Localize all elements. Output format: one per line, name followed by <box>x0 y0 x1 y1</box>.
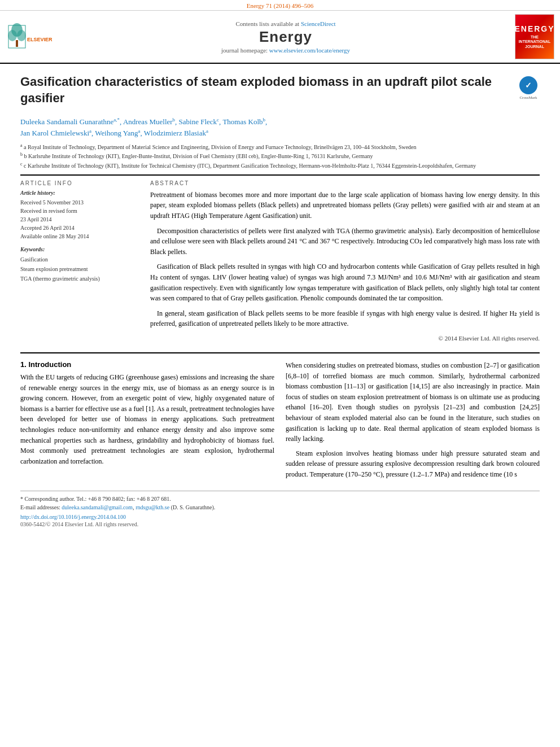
received-date: Received 5 November 2013 <box>20 198 139 207</box>
author-mueller: Andreas Mueller <box>123 118 173 126</box>
sciencedirect-text: Contents lists available at ScienceDirec… <box>68 20 504 27</box>
history-label: Article history: <box>20 190 139 196</box>
svg-point-4 <box>17 30 26 41</box>
keyword-tga: TGA (thermo gravimetric analysis) <box>20 274 139 283</box>
svg-text:ELSEVIER: ELSEVIER <box>27 37 53 42</box>
intro-text-left: With the EU targets of reducing GHG (gre… <box>20 372 274 466</box>
crossmark-icon: ✓ <box>519 76 537 94</box>
abstract-para-1: Pretreatment of biomass becomes more and… <box>150 190 540 221</box>
introduction-two-col: 1. Introduction With the EU targets of r… <box>20 360 540 484</box>
intro-para-right-1: When considering studies on pretreated b… <box>286 360 540 444</box>
email-link-2[interactable]: rndsgu@kth.se <box>135 504 169 510</box>
affiliation-a: a a Royal Institute of Technology, Depar… <box>20 142 540 151</box>
divider-body <box>20 352 540 353</box>
citation-bar: Energy 71 (2014) 496–506 <box>0 0 560 11</box>
available-date: Available online 28 May 2014 <box>20 232 139 241</box>
email-note: E-mail addresses: duleeka.sandamali@gmai… <box>20 503 540 512</box>
keywords-section: Keywords: Gasification Steam explosion p… <box>20 246 139 283</box>
abstract-col: ABSTRACT Pretreatment of biomass becomes… <box>150 180 540 348</box>
divider-thick <box>20 174 540 176</box>
footer-section: * Corresponding author. Tel.: +46 8 790 … <box>20 491 540 527</box>
article-info-col: ARTICLE INFO Article history: Received 5… <box>20 180 139 348</box>
homepage-link[interactable]: www.elsevier.com/locate/energy <box>269 47 350 54</box>
email-link-1[interactable]: duleeka.sandamali@gmail.com <box>62 504 133 510</box>
revised-label: Received in revised form <box>20 207 139 215</box>
abstract-text: Pretreatment of biomass becomes more and… <box>150 190 540 343</box>
affiliations: a a Royal Institute of Technology, Depar… <box>20 142 540 170</box>
article-title: Gasification characteristics of steam ex… <box>20 74 509 106</box>
abstract-para-2: Decomposition characteristics of pellets… <box>150 226 540 257</box>
intro-text-right: When considering studies on pretreated b… <box>286 360 540 480</box>
body-content: 1. Introduction With the EU targets of r… <box>20 360 540 484</box>
intro-heading: 1. Introduction <box>20 360 274 369</box>
journal-header: ELSEVIER Contents lists available at Sci… <box>0 11 560 64</box>
affiliation-b: b b Karlsruhe Institute of Technology (K… <box>20 151 540 160</box>
journal-cover-image: ENERGY THE INTERNATIONALJOURNAL <box>515 14 554 59</box>
abstract-copyright: © 2014 Elsevier Ltd. All rights reserved… <box>150 334 540 343</box>
keywords-label: Keywords: <box>20 246 139 252</box>
journal-info: Contents lists available at ScienceDirec… <box>68 20 504 54</box>
crossmark-badge[interactable]: ✓ CrossMark <box>517 76 540 100</box>
journal-cover: ENERGY THE INTERNATIONALJOURNAL <box>504 14 554 59</box>
author-fleck: Sabine Fleck <box>179 118 217 126</box>
author-blasiak: Wlodzimierz Blasiak <box>144 129 206 137</box>
article-info-abstract: ARTICLE INFO Article history: Received 5… <box>20 180 540 348</box>
elsevier-logo-icon: ELSEVIER <box>6 20 56 54</box>
keyword-gasification: Gasification <box>20 255 139 264</box>
svg-rect-5 <box>16 40 18 47</box>
accepted-date: Accepted 26 April 2014 <box>20 224 139 232</box>
sciencedirect-link[interactable]: ScienceDirect <box>301 20 336 27</box>
author-gunarathne: Duleeka Sandamali Gunarathne <box>20 118 113 126</box>
copyright-footer: 0360-5442/© 2014 Elsevier Ltd. All right… <box>20 521 540 527</box>
corresponding-author-note: * Corresponding author. Tel.: +46 8 790 … <box>20 495 540 503</box>
journal-title: Energy <box>68 28 504 46</box>
doi-link[interactable]: http://dx.doi.org/10.1016/j.energy.2014.… <box>20 514 540 520</box>
main-content: Gasification characteristics of steam ex… <box>0 64 560 533</box>
keyword-steam: Steam explosion pretreatment <box>20 264 139 274</box>
abstract-label: ABSTRACT <box>150 180 540 186</box>
author-yang: Weihong Yang <box>95 129 138 137</box>
abstract-para-3: Gasification of Black pellets resulted i… <box>150 261 540 303</box>
crossmark-label: CrossMark <box>519 95 537 100</box>
author-kolb: Thomas Kolb <box>222 118 262 126</box>
revised-date: 23 April 2014 <box>20 215 139 224</box>
citation-text: Energy 71 (2014) 496–506 <box>247 2 314 9</box>
svg-point-3 <box>8 30 17 41</box>
intro-col-left: 1. Introduction With the EU targets of r… <box>20 360 274 484</box>
intro-para-right-2: Steam explosion involves heating biomass… <box>286 448 540 480</box>
author-chmielewski: Jan Karol Chmielewski <box>20 129 89 137</box>
elsevier-logo-area: ELSEVIER <box>6 20 68 54</box>
affiliation-c: c c Karlsruhe Institute of Technology (K… <box>20 161 540 170</box>
authors-line: Duleeka Sandamali Gunarathnea,*, Andreas… <box>20 116 540 139</box>
abstract-para-4: In general, steam gasification of Black … <box>150 308 540 329</box>
article-info-label: ARTICLE INFO <box>20 180 139 186</box>
journal-homepage: journal homepage: www.elsevier.com/locat… <box>68 47 504 54</box>
intro-para-1: With the EU targets of reducing GHG (gre… <box>20 372 274 466</box>
intro-col-right: When considering studies on pretreated b… <box>286 360 540 484</box>
